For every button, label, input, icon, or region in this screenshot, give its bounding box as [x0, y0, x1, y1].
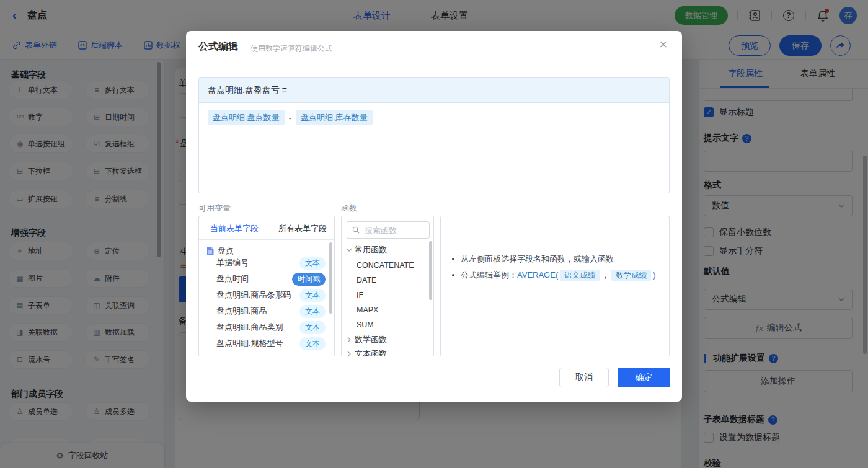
variable-row[interactable]: 盘点时间 时间戳 — [199, 272, 334, 286]
modal-subtitle: 使用数学运算符编辑公式 — [250, 43, 332, 54]
cancel-button[interactable]: 取消 — [559, 368, 609, 387]
variable-row[interactable]: 盘点明细.规格型号 文本 — [199, 336, 334, 351]
tip-text: ， — [601, 270, 609, 280]
variable-name: 盘点明细.商品条形码 — [216, 289, 291, 301]
function-name: DATE — [356, 276, 376, 285]
function-item[interactable]: IF — [342, 288, 433, 302]
function-name: MAPX — [356, 306, 378, 314]
formula-field-tag[interactable]: 盘点明细.盘点数量 — [208, 110, 285, 125]
variable-name: 盘点明细.商品类别 — [216, 322, 283, 333]
variable-name: 盘点时间 — [216, 273, 249, 285]
function-group-text[interactable]: 文本函数 — [342, 347, 433, 356]
search-icon — [352, 226, 360, 234]
formula-edit-modal: 公式编辑 使用数学运算符编辑公式 × 盘点明细.盘盈盘亏 = 盘点明细.盘点数量… — [186, 31, 682, 402]
type-badge: 文本 — [299, 337, 326, 350]
bullet-icon — [452, 274, 454, 276]
form-doc-icon — [206, 247, 214, 255]
tip-text: 公式编辑举例： — [461, 270, 517, 280]
function-name: SUM — [356, 320, 374, 329]
variables-panel: 当前表单字段 所有表单字段 盘点 单据编号 文本 盘点时间 时间戳 盘点明细.商… — [198, 216, 335, 356]
type-badge: 文本 — [299, 305, 326, 318]
variable-name: 盘点明细.商品 — [216, 306, 267, 317]
formula-operator: - — [289, 113, 291, 123]
variable-row[interactable]: 盘点明细.商品条形码 文本 — [199, 288, 334, 302]
type-badge: 文本 — [299, 321, 326, 334]
function-group-math[interactable]: 数学函数 — [342, 332, 433, 347]
confirm-button[interactable]: 确定 — [618, 368, 670, 387]
chevron-down-icon — [346, 248, 352, 252]
example-field-tag: 数学成绩 — [611, 270, 651, 281]
function-name: IF — [356, 291, 363, 299]
example-function: AVERAGE( — [517, 270, 558, 280]
type-badge: 文本 — [299, 257, 326, 270]
formula-expression[interactable]: 盘点明细.盘点数量 - 盘点明细.库存数量 — [199, 103, 669, 133]
tip-line-1: 从左侧面板选择字段名和函数，或输入函数 — [452, 254, 614, 265]
function-search-input[interactable] — [363, 225, 419, 236]
group-label: 数学函数 — [355, 334, 387, 345]
tab-all-form-fields[interactable]: 所有表单字段 — [278, 223, 327, 234]
formula-field-tag[interactable]: 盘点明细.库存数量 — [296, 110, 373, 125]
function-item[interactable]: DATE — [342, 273, 433, 288]
variable-name: 盘点明细.规格型号 — [216, 338, 283, 349]
function-search[interactable] — [347, 221, 430, 239]
variables-panel-label: 可用变量 — [198, 203, 231, 214]
variable-row[interactable]: 盘点明细.商品 文本 — [199, 304, 334, 319]
group-label: 常用函数 — [355, 244, 387, 255]
chevron-right-icon — [347, 337, 351, 343]
bullet-icon — [452, 258, 454, 260]
function-item[interactable]: MAPX — [342, 302, 433, 317]
function-item[interactable]: SUM — [342, 317, 433, 332]
tip-text: 从左侧面板选择字段名和函数，或输入函数 — [461, 254, 614, 265]
modal-title: 公式编辑 — [198, 40, 238, 53]
variables-scrollbar[interactable] — [329, 242, 332, 314]
functions-panel-label: 函数 — [341, 203, 357, 214]
formula-target: 盘点明细.盘盈盘亏 = — [199, 78, 669, 103]
function-name: CONCATENATE — [356, 261, 414, 270]
variable-row[interactable]: 单据编号 文本 — [199, 255, 334, 270]
function-group-common[interactable]: 常用函数 — [342, 242, 433, 257]
formula-tips-panel: 从左侧面板选择字段名和函数，或输入函数 公式编辑举例：AVERAGE(语文成绩，… — [440, 216, 670, 356]
functions-scrollbar[interactable] — [429, 241, 432, 300]
type-badge: 文本 — [299, 289, 326, 302]
type-badge: 时间戳 — [292, 273, 326, 286]
variable-name: 单据编号 — [216, 257, 249, 268]
functions-panel: 常用函数 CONCATENATE DATE IF MAPX SUM 数学函数 文… — [341, 216, 434, 356]
variable-row[interactable]: 盘点明细.商品类别 文本 — [199, 320, 334, 335]
close-icon[interactable]: × — [659, 38, 667, 51]
example-field-tag: 语文成绩 — [560, 270, 600, 281]
tab-current-form-fields[interactable]: 当前表单字段 — [210, 223, 259, 234]
group-label: 文本函数 — [355, 348, 387, 356]
chevron-right-icon — [347, 351, 351, 356]
tip-line-2: 公式编辑举例：AVERAGE(语文成绩，数学成绩) — [452, 270, 656, 281]
formula-editor: 盘点明细.盘盈盘亏 = 盘点明细.盘点数量 - 盘点明细.库存数量 — [198, 77, 670, 193]
example-function: ) — [653, 270, 655, 280]
variables-tabs: 当前表单字段 所有表单字段 — [199, 216, 334, 240]
function-item[interactable]: CONCATENATE — [342, 258, 433, 273]
tip-example: 公式编辑举例：AVERAGE(语文成绩，数学成绩) — [461, 270, 656, 281]
